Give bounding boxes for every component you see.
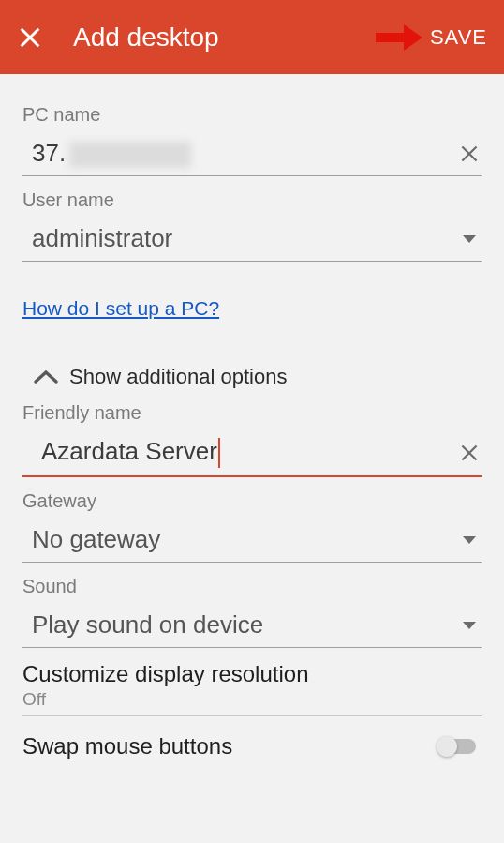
additional-options-toggle[interactable]: Show additional options	[32, 365, 482, 389]
friendly-name-value: Azardata Server	[41, 437, 457, 468]
sound-value: Play sound on device	[32, 610, 463, 640]
pc-name-field[interactable]: 37.	[22, 133, 482, 176]
user-name-label: User name	[22, 189, 482, 211]
clear-icon[interactable]	[457, 142, 482, 166]
gateway-select[interactable]: No gateway	[22, 519, 482, 563]
additional-options-label: Show additional options	[69, 365, 287, 389]
pc-name-label: PC name	[22, 104, 482, 126]
sound-select[interactable]: Play sound on device	[22, 605, 482, 648]
clear-icon[interactable]	[457, 441, 482, 465]
app-header: Add desktop SAVE	[0, 0, 504, 74]
gateway-value: No gateway	[32, 525, 463, 554]
gateway-label: Gateway	[22, 490, 482, 512]
svg-marker-2	[376, 24, 422, 51]
save-button[interactable]: SAVE	[430, 25, 487, 50]
page-title: Add desktop	[73, 23, 376, 53]
friendly-name-label: Friendly name	[22, 402, 482, 424]
chevron-down-icon	[463, 235, 476, 243]
swap-mouse-toggle[interactable]	[438, 735, 482, 758]
user-name-value: administrator	[32, 224, 463, 253]
swap-mouse-row: Swap mouse buttons	[22, 716, 482, 760]
sound-label: Sound	[22, 576, 482, 597]
form-content: PC name 37. User name administrator How …	[0, 74, 504, 760]
chevron-down-icon	[463, 622, 476, 629]
text-cursor	[218, 438, 220, 468]
display-resolution-value: Off	[22, 689, 482, 710]
display-resolution-row[interactable]: Customize display resolution Off	[22, 648, 482, 716]
pc-name-value: 37.	[32, 139, 457, 168]
chevron-down-icon	[463, 536, 476, 544]
help-link[interactable]: How do I set up a PC?	[22, 297, 219, 320]
user-name-select[interactable]: administrator	[22, 218, 482, 262]
arrow-right-icon	[376, 22, 422, 53]
display-resolution-title: Customize display resolution	[22, 661, 482, 687]
close-icon[interactable]	[17, 24, 43, 51]
chevron-up-icon	[32, 367, 60, 387]
friendly-name-field[interactable]: Azardata Server	[22, 431, 482, 477]
swap-mouse-label: Swap mouse buttons	[22, 733, 438, 760]
